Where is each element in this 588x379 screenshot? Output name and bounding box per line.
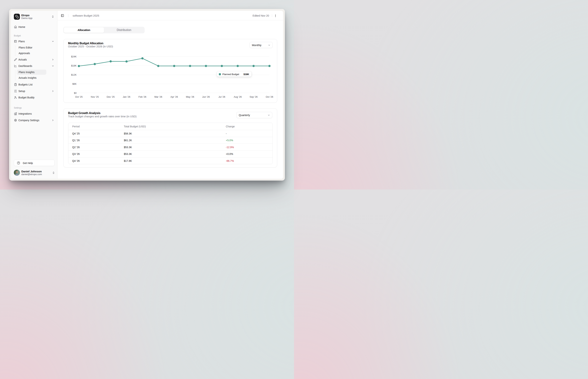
- svg-text:Dec '25: Dec '25: [107, 95, 115, 98]
- svg-text:May '26: May '26: [186, 95, 194, 98]
- svg-text:Oct '25: Oct '25: [75, 95, 83, 98]
- svg-text:$24K: $24K: [71, 55, 77, 58]
- svg-text:Oct '26: Oct '26: [266, 95, 273, 98]
- svg-text:$6K: $6K: [72, 82, 77, 85]
- svg-text:Feb '26: Feb '26: [138, 95, 146, 98]
- svg-text:Mar '26: Mar '26: [154, 95, 162, 98]
- svg-text:Jul '26: Jul '26: [218, 95, 225, 98]
- svg-text:Nov '25: Nov '25: [91, 95, 99, 98]
- svg-text:$0: $0: [74, 92, 77, 95]
- svg-text:Jun '26: Jun '26: [202, 95, 210, 98]
- svg-text:Sep '26: Sep '26: [250, 95, 258, 98]
- svg-text:$12K: $12K: [71, 73, 77, 76]
- svg-text:Aug '26: Aug '26: [234, 95, 242, 98]
- svg-text:$18K: $18K: [71, 64, 77, 67]
- svg-text:Apr '26: Apr '26: [170, 95, 178, 98]
- svg-text:Jan '26: Jan '26: [123, 95, 130, 98]
